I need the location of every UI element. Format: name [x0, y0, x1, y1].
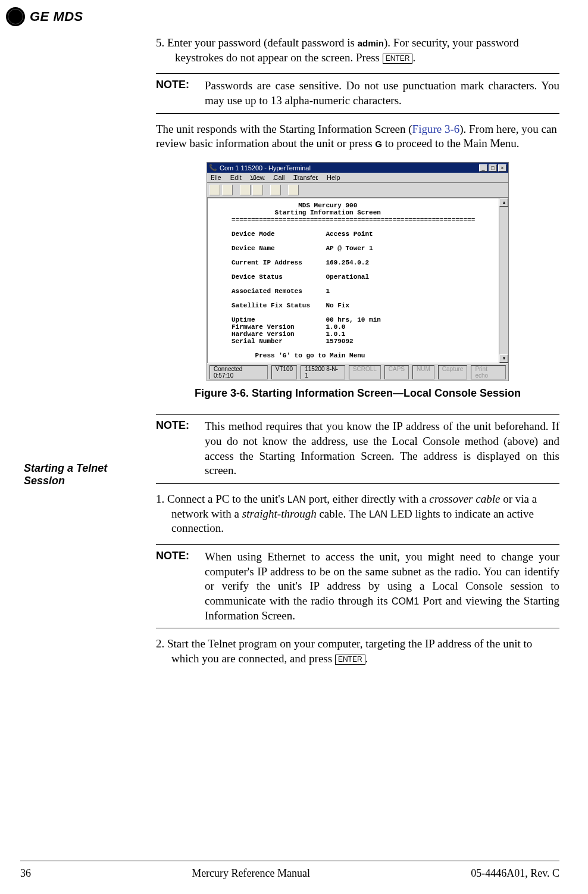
term-straight-through: straight-through	[242, 507, 317, 520]
text: to proceed to the Main Menu.	[382, 137, 520, 149]
menu-bar[interactable]: File Edit View Call Transfer Help	[207, 173, 508, 183]
keycap-enter: ENTER	[335, 655, 365, 665]
toolbar-button[interactable]	[240, 185, 251, 195]
toolbar-button[interactable]	[288, 185, 299, 195]
close-icon[interactable]: ×	[498, 164, 506, 172]
note-ip-required: NOTE: This method requires that you know…	[156, 414, 559, 484]
maximize-icon[interactable]: □	[489, 164, 497, 172]
text: Connect a PC to the unit's	[167, 493, 287, 505]
window-titlebar: 📞 Com 1 115200 - HyperTerminal _ □ ×	[207, 163, 508, 173]
page-footer: 36 Mercury Reference Manual 05-4446A01, …	[20, 861, 559, 880]
note-label: NOTE:	[156, 550, 199, 623]
scroll-down-icon[interactable]: ▾	[499, 354, 508, 363]
header-logo: GE MDS	[6, 7, 83, 26]
step-number: 1.	[156, 493, 167, 505]
status-connected: Connected 0:57:10	[209, 365, 268, 379]
status-bar: Connected 0:57:10 VT100 115200 8-N-1 SCR…	[207, 363, 508, 381]
scroll-up-icon[interactable]: ▴	[499, 198, 508, 207]
window-title: Com 1 115200 - HyperTerminal	[220, 164, 311, 172]
footer-title: Mercury Reference Manual	[192, 867, 310, 880]
status-caps: CAPS	[384, 365, 409, 379]
status-emulation: VT100	[271, 365, 297, 379]
step-2: 2. Start the Telnet program on your comp…	[171, 637, 559, 666]
minimize-icon[interactable]: _	[479, 164, 487, 172]
note-text: Passwords are case sensitive. Do not use…	[205, 79, 559, 108]
status-printecho: Print echo	[471, 365, 506, 379]
footer-docnum: 05-4446A01, Rev. C	[471, 867, 559, 880]
toolbar-button[interactable]	[222, 185, 233, 195]
note-ethernet: NOTE: When using Ethernet to access the …	[156, 544, 559, 628]
brand-text: GE MDS	[30, 9, 83, 24]
vertical-scrollbar[interactable]: ▴ ▾	[499, 198, 508, 363]
step-number: 5.	[156, 36, 167, 49]
status-num: NUM	[412, 365, 434, 379]
lan-label: LAN	[369, 509, 387, 519]
step-5: 5. Enter your password (default password…	[175, 36, 559, 65]
main-content: 5. Enter your password (default password…	[156, 36, 559, 675]
status-baud: 115200 8-N-1	[301, 365, 345, 379]
menu-view[interactable]: View	[251, 174, 265, 181]
note-text: This method requires that you know the I…	[205, 419, 559, 478]
menu-file[interactable]: File	[211, 174, 221, 181]
toolbar-button[interactable]	[270, 185, 281, 195]
text: .	[412, 51, 415, 64]
figure-caption: Figure 3-6. Starting Information Screen—…	[156, 387, 559, 400]
step-number: 2.	[156, 637, 167, 650]
terminal-body: MDS Mercury 900 Starting Information Scr…	[207, 198, 508, 363]
com1-label: COM1	[392, 596, 419, 606]
text: Enter your password (default password is	[167, 36, 358, 49]
toolbar	[207, 183, 508, 198]
menu-edit[interactable]: Edit	[230, 174, 242, 181]
note-text: When using Ethernet to access the unit, …	[205, 550, 559, 623]
figure-reference: Figure 3-6	[412, 123, 460, 135]
term-crossover-cable: crossover cable	[429, 493, 500, 505]
status-scroll: SCROLL	[349, 365, 381, 379]
text: port, either directly with a	[306, 493, 429, 505]
figure-3-6: 📞 Com 1 115200 - HyperTerminal _ □ × Fil…	[156, 162, 559, 381]
ge-monogram-icon	[6, 7, 25, 26]
page-number: 36	[20, 867, 31, 880]
toolbar-button[interactable]	[252, 185, 263, 195]
toolbar-button[interactable]	[209, 185, 220, 195]
note-passwords: NOTE: Passwords are case sensitive. Do n…	[156, 73, 559, 113]
text: .	[365, 652, 368, 665]
para-unit-responds: The unit responds with the Starting Info…	[156, 122, 559, 151]
note-label: NOTE:	[156, 419, 199, 478]
app-icon: 📞	[209, 164, 217, 172]
key-g: G	[375, 139, 382, 149]
hyperterminal-window: 📞 Com 1 115200 - HyperTerminal _ □ × Fil…	[207, 162, 509, 381]
menu-call[interactable]: Call	[274, 174, 285, 181]
text: cable. The	[317, 507, 369, 520]
terminal-output: MDS Mercury 900 Starting Information Scr…	[208, 198, 499, 363]
default-password: admin	[358, 38, 384, 48]
keycap-enter: ENTER	[383, 54, 413, 64]
sidebar-heading-telnet: Starting a Telnet Session	[24, 462, 143, 487]
lan-label: LAN	[287, 494, 306, 504]
step-1: 1. Connect a PC to the unit's LAN port, …	[171, 492, 559, 536]
menu-transfer[interactable]: Transfer	[293, 174, 318, 181]
status-capture: Capture	[438, 365, 468, 379]
text: The unit responds with the Starting Info…	[156, 123, 412, 135]
note-label: NOTE:	[156, 79, 199, 108]
menu-help[interactable]: Help	[327, 174, 340, 181]
